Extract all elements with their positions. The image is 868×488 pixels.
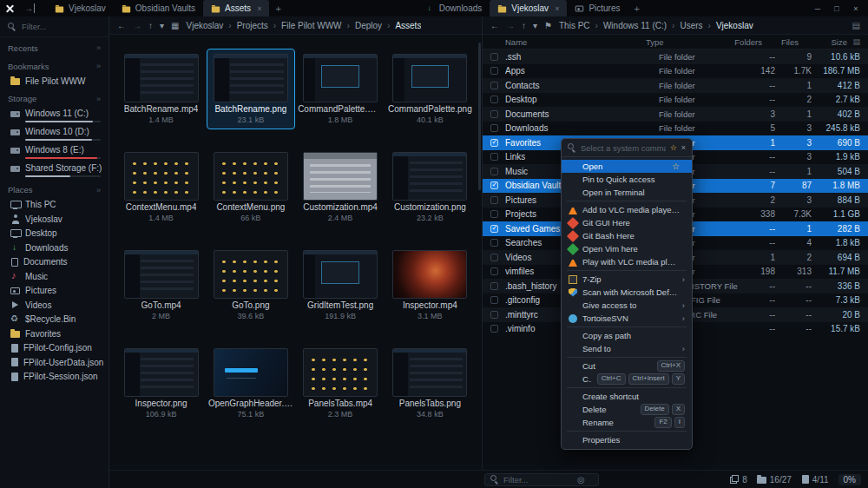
row-checkbox[interactable] [490, 96, 498, 103]
file-item[interactable]: BatchRename.mp4 1.4 MB [117, 49, 206, 129]
file-item[interactable]: Inspector.png 106.9 kB [117, 343, 206, 424]
sidebar-place-item[interactable]: Favorites [0, 326, 108, 341]
file-item[interactable]: PanelsTabs.mp4 2.3 MB [296, 343, 385, 424]
close-tab-icon[interactable]: × [555, 4, 559, 13]
file-item[interactable]: GoTo.mp4 2 MB [117, 245, 206, 326]
breadcrumb-segment[interactable]: Users [667, 21, 702, 30]
sidebar-drive-item[interactable]: Windows 11 (C:) [0, 107, 108, 125]
sidebar-place-item[interactable]: Music [0, 269, 108, 284]
menu-item[interactable]: Give access to › [562, 299, 692, 312]
row-checkbox[interactable] [490, 282, 498, 290]
history-dropdown-icon[interactable]: ▾ [533, 21, 537, 30]
tab[interactable]: Vjekoslav × [490, 0, 567, 16]
file-item[interactable]: BatchRename.png 23.1 kB [207, 49, 295, 129]
forward-button[interactable]: → [133, 21, 141, 30]
sidebar-place-item[interactable]: FPilot-Config.json [0, 341, 108, 356]
column-header-folders[interactable]: Folders [722, 37, 762, 47]
close-menu-icon[interactable]: × [681, 143, 686, 152]
menu-item[interactable]: Rename F2I [562, 416, 692, 429]
menu-item[interactable]: TortoiseSVN › [562, 312, 692, 325]
menu-item[interactable]: Open ☆ [562, 160, 692, 173]
command-search[interactable]: ☆ × [562, 139, 692, 157]
breadcrumb-segment[interactable]: Windows 11 (C:) [590, 21, 667, 30]
file-item[interactable]: PanelsTabs.png 34.8 kB [385, 343, 474, 424]
file-row[interactable]: Downloads File folder 5 3 245.8 kB [483, 122, 868, 136]
menu-item[interactable]: Create shortcut [562, 390, 692, 403]
row-checkbox[interactable] [490, 139, 498, 147]
command-search-input[interactable] [581, 143, 666, 153]
up-button[interactable]: ↑ [148, 21, 153, 30]
close-button[interactable]: × [847, 4, 865, 13]
bookmark-flag-icon[interactable]: ⚑ [544, 21, 552, 30]
file-item[interactable]: CommandPalette.png 40.1 kB [385, 49, 474, 129]
menu-item[interactable]: Git Bash Here [562, 229, 692, 242]
left-pane-scrollbar[interactable] [478, 43, 481, 190]
menu-item[interactable]: 7-Zip › [562, 273, 692, 286]
file-item[interactable]: CommandPalette.mp4 1.8 MB [296, 49, 385, 129]
close-tab-icon[interactable]: × [257, 4, 261, 13]
section-header-recents[interactable]: Recents » [0, 40, 108, 56]
view-mode-icon[interactable]: ▦ [171, 21, 179, 30]
sidebar-place-item[interactable]: Videos [0, 298, 108, 313]
menu-item[interactable]: Copy as path [562, 329, 692, 342]
file-item[interactable]: Customization.png 23.2 kB [385, 147, 474, 228]
sidebar-filter-input[interactable] [22, 22, 91, 31]
breadcrumb-segment[interactable]: Assets [382, 21, 421, 30]
tab[interactable]: Assets × [203, 0, 269, 16]
menu-item[interactable]: Delete DeleteX [562, 403, 692, 416]
menu-item[interactable]: Copy Ctrl+CCtrl+InsertY [562, 373, 692, 386]
back-button[interactable]: ← [490, 21, 499, 30]
sidebar-place-item[interactable]: This PC [0, 198, 108, 213]
sidebar-place-item[interactable]: Vjekoslav [0, 212, 108, 227]
row-checkbox[interactable] [490, 53, 498, 61]
sidebar-drive-item[interactable]: Windows 10 (D:) [0, 125, 108, 143]
menu-item[interactable]: Pin to Quick access [562, 173, 692, 186]
row-checkbox[interactable] [490, 239, 498, 247]
row-checkbox[interactable] [490, 153, 498, 161]
row-checkbox[interactable] [490, 196, 498, 204]
breadcrumb-segment[interactable]: File Pilot WWW [268, 21, 342, 30]
row-checkbox[interactable] [490, 110, 498, 118]
menu-item[interactable]: Open Vim here [562, 242, 692, 255]
row-checkbox[interactable] [490, 124, 498, 132]
forward-button[interactable]: → [506, 21, 515, 30]
row-checkbox[interactable] [490, 181, 498, 189]
sidebar-place-item[interactable]: FPilot-Session.json [0, 370, 108, 385]
minimize-button[interactable]: ─ [809, 4, 826, 13]
sidebar-bookmark-item[interactable]: File Pilot WWW [0, 74, 108, 89]
breadcrumb-segment[interactable]: Deploy [342, 21, 382, 30]
sidebar-place-item[interactable]: Pictures [0, 284, 108, 299]
tab[interactable]: Downloads [418, 0, 490, 16]
favorites-filter-icon[interactable]: ☆ [670, 143, 677, 152]
file-row[interactable]: Desktop File folder -- 2 2.7 kB [483, 93, 868, 108]
section-header-storage[interactable]: Storage » [0, 91, 108, 107]
column-layout-icon[interactable]: ▤ [852, 21, 860, 30]
collapse-sidebar-icon[interactable]: → [19, 0, 40, 16]
column-header-type[interactable]: Type [646, 37, 722, 47]
row-checkbox[interactable] [490, 225, 498, 233]
menu-item[interactable]: Scan with Microsoft Defender... [562, 286, 692, 299]
section-header-places[interactable]: Places » [0, 182, 108, 198]
breadcrumb-segment[interactable]: Vjekoslav [703, 21, 753, 30]
column-header-name[interactable]: Name [490, 37, 646, 47]
history-dropdown-icon[interactable]: ▾ [160, 21, 164, 30]
maximize-button[interactable]: □ [828, 4, 845, 13]
sidebar-drive-item[interactable]: Windows 8 (E:) [0, 143, 108, 162]
menu-item[interactable]: Cut Ctrl+X [562, 359, 692, 373]
file-row[interactable]: Documents File folder 3 1 402 B [483, 107, 868, 122]
menu-item[interactable]: Add to VLC media player's Playlist [562, 203, 692, 216]
row-checkbox[interactable] [490, 325, 498, 333]
row-checkbox[interactable] [490, 67, 498, 75]
file-item[interactable]: ContextMenu.png 66 kB [207, 147, 295, 228]
new-tab-button[interactable]: + [269, 0, 286, 16]
tab[interactable]: Vjekoslav [47, 0, 114, 16]
row-checkbox[interactable] [490, 296, 498, 304]
file-item[interactable]: GoTo.png 39.6 kB [207, 245, 295, 326]
pane-filter-input[interactable] [503, 475, 573, 485]
breadcrumb-segment[interactable]: Vjekoslav [186, 21, 223, 30]
filter-target-icon[interactable]: ◎ [577, 475, 585, 485]
file-row[interactable]: Contacts File folder -- 1 412 B [483, 78, 868, 93]
header-settings-icon[interactable]: ▤ [847, 37, 860, 46]
tab[interactable]: Obsidian Vaults [114, 0, 203, 16]
column-header-files[interactable]: Files [762, 37, 799, 47]
